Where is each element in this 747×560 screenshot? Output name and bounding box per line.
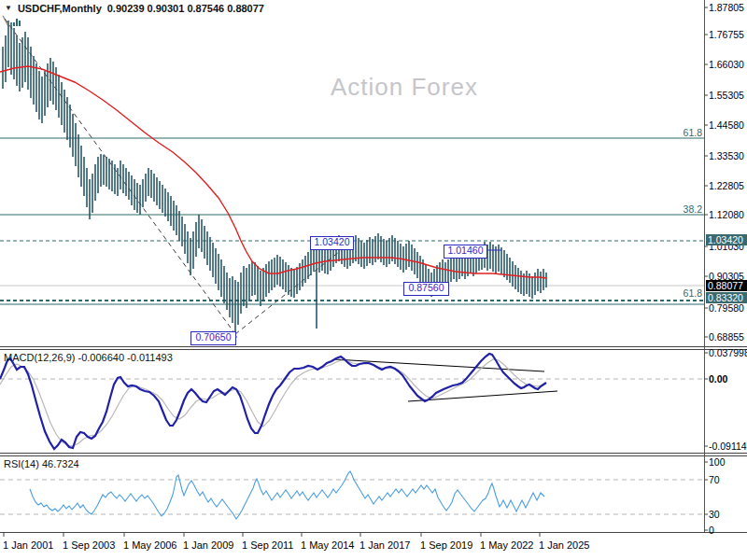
rsi-axis-label: 30 <box>709 509 720 520</box>
price-highlight-box: 1.03420 <box>706 234 747 245</box>
macd-axis-label: 0.037998 <box>709 347 747 358</box>
date-axis-label: 1 May 2022 <box>480 539 533 551</box>
date-axis-label: 1 Sep 2011 <box>242 539 293 551</box>
macd-axis-label: -0.091147 <box>709 441 747 452</box>
rsi-line <box>30 471 544 519</box>
rsi-axis-label: 70 <box>709 474 720 485</box>
macd-axis-label: 0.00 <box>709 373 727 385</box>
mini-toolbar: ╲ <box>3 16 21 26</box>
macd-main-line <box>0 354 546 449</box>
price-axis-label: 1.55305 <box>709 90 744 101</box>
watermark: Action Forex <box>331 73 478 102</box>
date-axis-label: 1 Jan 2017 <box>359 539 410 551</box>
fib-level-label: 61.8 <box>659 287 702 299</box>
macd-trendline <box>408 391 557 401</box>
price-axis-label: 1.12080 <box>709 209 744 220</box>
date-axis-label: 1 May 2014 <box>301 539 354 551</box>
fib-level-label: 38.2 <box>659 203 702 215</box>
price-annotation-box: 1.03420 <box>310 236 354 250</box>
fib-level-label: 61.8 <box>659 127 702 138</box>
chevron-down-icon[interactable]: ▼ <box>5 4 12 13</box>
price-highlight-box: 0.88077 <box>706 280 747 291</box>
rsi-axis-label: 0 <box>709 525 714 536</box>
price-annotation-box: 0.70650 <box>190 331 236 345</box>
price-annotation-box: 1.01460 <box>444 245 487 259</box>
rsi-indicator-label: RSI(14) 46.7324 <box>4 458 79 469</box>
macd-indicator-label: MACD(12,26,9) -0.006640 -0.011493 <box>4 352 173 363</box>
macd-trendline <box>334 359 544 371</box>
price-axis-label: 1.22805 <box>709 180 744 191</box>
price-axis-label: 1.76755 <box>709 29 744 40</box>
price-annotation-box: 0.87560 <box>403 282 449 296</box>
date-axis-label: 1 Jan 2025 <box>539 539 589 551</box>
date-axis-label: 1 Jan 2009 <box>183 539 233 551</box>
date-axis-label: 1 Sep 2019 <box>420 539 472 551</box>
price-axis-label: 0.79580 <box>709 302 744 314</box>
chart-window: ▼ USDCHF,Monthly 0.90239 0.90301 0.87546… <box>0 0 747 560</box>
price-axis-label: 1.44580 <box>709 119 744 131</box>
bar-chart-icon[interactable] <box>13 19 21 26</box>
price-axis-label: 1.33530 <box>709 150 744 161</box>
rsi-axis-label: 100 <box>709 456 726 468</box>
price-axis-label: 1.66030 <box>709 59 744 70</box>
symbol-title: USDCHF,Monthly <box>18 3 102 14</box>
date-axis-label: 1 Jan 2001 <box>3 539 53 551</box>
price-axis-label: 0.68855 <box>709 331 744 343</box>
crosshair-cursor-icon[interactable]: ╲ <box>3 17 8 26</box>
price-highlight-box: 0.83320 <box>706 292 747 303</box>
chart-title-row: ▼ USDCHF,Monthly 0.90239 0.90301 0.87546… <box>5 3 264 14</box>
price-axis-label: 1.87805 <box>709 2 744 13</box>
price-bars <box>3 21 546 334</box>
ohlc-values: 0.90239 0.90301 0.87546 0.88077 <box>107 3 264 14</box>
date-axis-label: 1 May 2006 <box>123 539 176 551</box>
date-axis-label: 1 Sep 2003 <box>63 539 115 551</box>
